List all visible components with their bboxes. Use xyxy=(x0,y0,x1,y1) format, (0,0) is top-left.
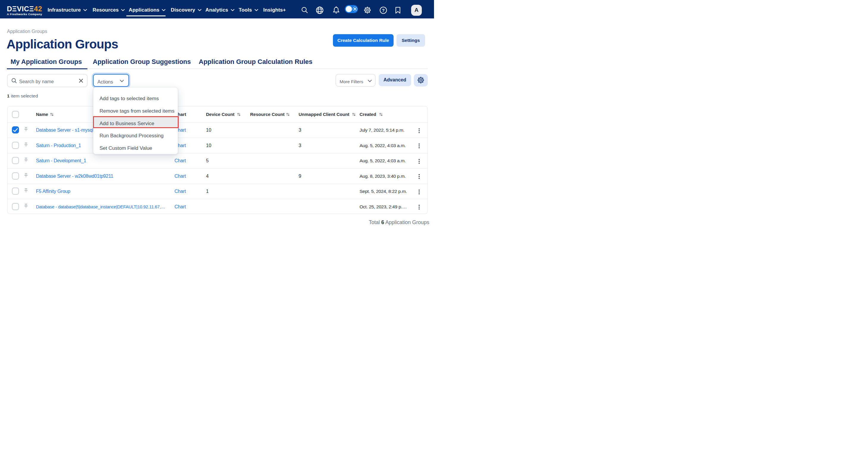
svg-text:?: ? xyxy=(382,8,385,12)
